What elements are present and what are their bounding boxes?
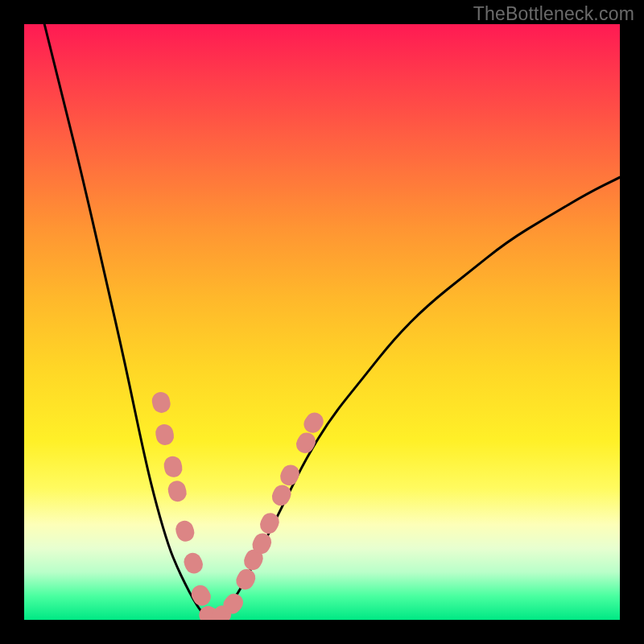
marker-point (181, 550, 206, 576)
outer-frame: TheBottleneck.com (0, 0, 644, 644)
marker-point (277, 462, 302, 489)
chart-svg (24, 24, 620, 620)
plot-area (24, 24, 620, 620)
svg-rect-2 (162, 455, 184, 479)
curve-layer (44, 24, 620, 620)
watermark-text: TheBottleneck.com (473, 3, 634, 25)
svg-rect-3 (166, 479, 188, 504)
marker-point (269, 482, 294, 509)
svg-rect-16 (293, 429, 319, 456)
marker-point (166, 479, 188, 504)
svg-rect-0 (151, 390, 172, 415)
marker-layer (151, 390, 327, 620)
svg-rect-15 (277, 462, 302, 489)
svg-rect-4 (173, 518, 196, 544)
marker-point (154, 423, 175, 447)
marker-point (293, 429, 319, 456)
svg-rect-14 (269, 482, 294, 509)
svg-rect-5 (181, 550, 206, 576)
marker-point (233, 566, 258, 593)
svg-rect-1 (154, 423, 175, 447)
svg-rect-6 (188, 582, 214, 609)
curve-right (213, 177, 620, 620)
marker-point (151, 390, 172, 415)
marker-point (162, 455, 184, 479)
marker-point (188, 582, 214, 609)
marker-point (173, 518, 196, 544)
svg-rect-10 (233, 566, 258, 593)
